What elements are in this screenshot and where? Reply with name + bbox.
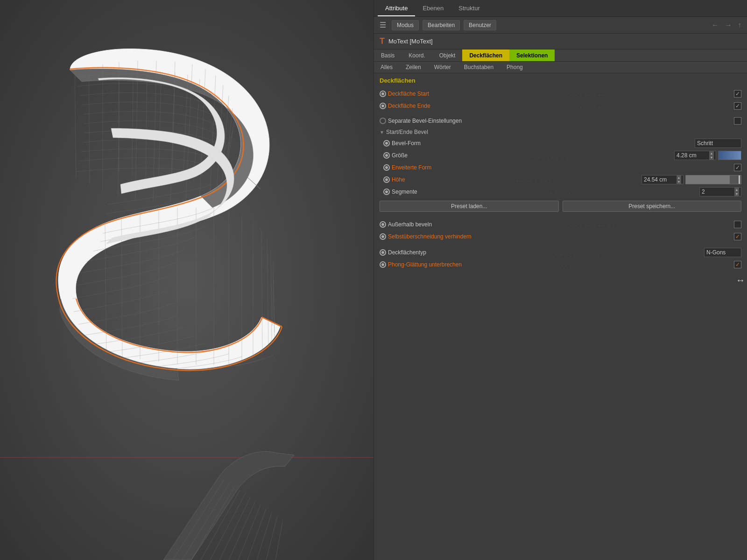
grosse-spinner[interactable]: ▲ ▼ xyxy=(709,151,714,160)
nav-buttons: ← → ↑ xyxy=(710,20,743,30)
hohe-spinner[interactable]: ▲ ▼ xyxy=(677,175,681,184)
hohe-row: Höhe . . . . . . . . . 24.54 cm ▲ ▼ xyxy=(374,174,747,186)
grosse-label: Größe xyxy=(392,152,531,159)
tab-basis[interactable]: Basis xyxy=(374,49,402,61)
tab-objekt[interactable]: Objekt xyxy=(432,49,463,61)
tab-ebenen[interactable]: Ebenen xyxy=(415,1,451,16)
segmente-value-field[interactable]: 2 ▲ ▼ xyxy=(699,187,741,196)
property-tabs-row2: Alles Zeilen Wörter Buchstaben Phong xyxy=(374,62,747,73)
separate-bevel-radio[interactable] xyxy=(380,118,386,124)
separate-bevel-checkbox[interactable] xyxy=(734,117,741,125)
hohe-down-btn[interactable]: ▼ xyxy=(677,180,681,184)
deckflache-ende-row: Deckfläche Ende . . . . . . . . . . xyxy=(374,100,747,112)
hohe-value: 24.54 cm xyxy=(644,176,676,183)
segmente-label: Segmente xyxy=(392,189,544,195)
tab-phong[interactable]: Phong xyxy=(500,62,529,73)
hohe-label: Höhe xyxy=(392,176,515,183)
segmente-down-btn[interactable]: ▼ xyxy=(734,192,739,196)
ausserhalb-beveln-checkbox[interactable] xyxy=(734,221,741,228)
viewport-3d[interactable] xyxy=(0,0,374,560)
tab-struktur[interactable]: Struktur xyxy=(451,1,487,16)
selbstuberschneidung-label: Selbstüberschneidung verhindern xyxy=(388,233,728,240)
deckflache-start-checkbox[interactable] xyxy=(734,90,741,98)
hohe-up-btn[interactable]: ▲ xyxy=(677,175,681,180)
grosse-value: 4.28 cm xyxy=(677,152,708,159)
ausserhalb-beveln-label: Außerhalb beveln xyxy=(388,221,559,228)
erweiterte-form-label: Erweiterte Form xyxy=(392,164,728,171)
modus-button[interactable]: Modus xyxy=(392,20,419,30)
bevel-section-toggle[interactable]: ▼ Start/Ende Bevel xyxy=(374,127,747,137)
tab-buchstaben[interactable]: Buchstaben xyxy=(458,62,500,73)
bearbeiten-button[interactable]: Bearbeiten xyxy=(423,20,460,30)
hohe-value-field[interactable]: 24.54 cm ▲ ▼ xyxy=(641,175,684,184)
grosse-color-bar xyxy=(718,151,741,160)
object-title-bar: T MoText [MoText] xyxy=(374,34,747,49)
segmente-up-btn[interactable]: ▲ xyxy=(734,188,739,192)
erweiterte-form-radio[interactable] xyxy=(383,164,390,171)
tab-worter[interactable]: Wörter xyxy=(428,62,458,73)
nav-back-icon[interactable]: ← xyxy=(710,20,721,30)
selbstuberschneidung-checkbox[interactable] xyxy=(734,233,741,240)
deckflache-ende-checkbox[interactable] xyxy=(734,102,741,110)
panel-toolbar: ☰ Modus Bearbeiten Benutzer ← → ↑ xyxy=(374,17,747,34)
grosse-row: Größe . . . . . . . . 4.28 cm ▲ ▼ xyxy=(374,149,747,161)
properties-panel: Attribute Ebenen Struktur ☰ Modus Bearbe… xyxy=(374,0,747,560)
nav-forward-icon[interactable]: → xyxy=(723,20,734,30)
tab-alles[interactable]: Alles xyxy=(374,62,399,73)
preset-speichern-button[interactable]: Preset speichern... xyxy=(563,201,742,212)
hohe-slider[interactable] xyxy=(685,175,741,184)
property-tabs-row1: Basis Koord. Objekt Deckflächen Selektio… xyxy=(374,49,747,62)
phong-glattung-checkbox[interactable] xyxy=(734,261,741,268)
separate-bevel-label: Separate Bevel-Einstellungen xyxy=(388,118,732,124)
object-name-label: MoText [MoText] xyxy=(388,38,433,45)
bevel-section-label: Start/Ende Bevel xyxy=(386,129,428,135)
grosse-radio[interactable] xyxy=(383,152,390,159)
tab-selektionen[interactable]: Selektionen xyxy=(509,49,555,61)
nav-up-icon[interactable]: ↑ xyxy=(736,20,743,30)
preset-laden-button[interactable]: Preset laden... xyxy=(380,201,559,212)
phong-glattung-label: Phong-Glättung unterbrechen xyxy=(388,261,559,268)
properties-content: Deckflächen Deckfläche Start . . . . . .… xyxy=(374,73,747,560)
section-deckflachen-header: Deckflächen xyxy=(374,73,747,88)
motext-icon: T xyxy=(380,36,385,46)
segmente-row: Segmente . . . . . . . 2 ▲ ▼ xyxy=(374,186,747,198)
tab-zeilen[interactable]: Zeilen xyxy=(399,62,428,73)
deckflache-start-radio[interactable] xyxy=(380,91,386,97)
phong-glattung-radio[interactable] xyxy=(380,261,386,268)
deckflache-start-label: Deckfläche Start xyxy=(388,91,559,97)
bevel-form-row: Bevel-Form . . . Schritt xyxy=(374,137,747,149)
deckflachentyp-value: N-Gons xyxy=(706,249,739,256)
bevel-form-label: Bevel-Form xyxy=(392,140,542,147)
separate-bevel-row: Separate Bevel-Einstellungen xyxy=(374,115,747,127)
grosse-up-btn[interactable]: ▲ xyxy=(709,151,714,155)
hamburger-menu-icon[interactable]: ☰ xyxy=(378,20,388,30)
preset-row: Preset laden... Preset speichern... xyxy=(374,198,747,215)
hohe-slider-handle[interactable] xyxy=(739,175,740,184)
deckflachentyp-dropdown[interactable]: N-Gons xyxy=(704,248,741,257)
deckflache-start-row: Deckfläche Start . . . . . . . . . . xyxy=(374,88,747,100)
benutzer-button[interactable]: Benutzer xyxy=(464,20,496,30)
tab-attribute[interactable]: Attribute xyxy=(378,1,415,16)
main-tab-bar: Attribute Ebenen Struktur xyxy=(374,0,747,17)
deckflache-ende-radio[interactable] xyxy=(380,103,386,109)
ausserhalb-beveln-radio[interactable] xyxy=(380,221,386,228)
selbstuberschneidung-row: Selbstüberschneidung verhindern xyxy=(374,231,747,243)
erweiterte-form-row: Erweiterte Form xyxy=(374,161,747,174)
bevel-form-dropdown[interactable]: Schritt xyxy=(695,139,741,148)
segmente-radio[interactable] xyxy=(383,189,390,195)
deckflachentyp-radio[interactable] xyxy=(380,249,386,256)
grosse-down-btn[interactable]: ▼ xyxy=(709,155,714,160)
bevel-form-radio[interactable] xyxy=(383,140,390,147)
tab-koord[interactable]: Koord. xyxy=(402,49,432,61)
bevel-form-value: Schritt xyxy=(697,140,739,147)
hohe-radio[interactable] xyxy=(383,176,390,183)
erweiterte-form-checkbox[interactable] xyxy=(734,164,741,171)
segmente-spinner[interactable]: ▲ ▼ xyxy=(734,188,739,196)
selbstuberschneidung-radio[interactable] xyxy=(380,233,386,240)
segmente-value: 2 xyxy=(702,189,733,195)
collapse-triangle-icon: ▼ xyxy=(380,130,384,135)
grosse-value-field[interactable]: 4.28 cm ▲ ▼ xyxy=(674,151,716,160)
deckflache-ende-label: Deckfläche Ende xyxy=(388,103,559,109)
tab-deckflachen[interactable]: Deckflächen xyxy=(462,49,509,61)
ausserhalb-beveln-row: Außerhalb beveln . . . . . . . . . . . . xyxy=(374,218,747,231)
